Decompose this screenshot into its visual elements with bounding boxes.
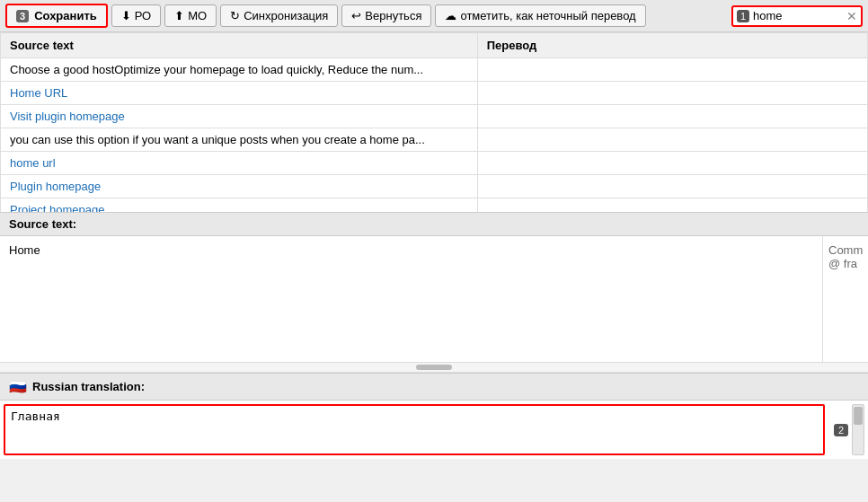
translation-cell — [477, 105, 867, 128]
mark-inaccurate-button[interactable]: ☁ отметить, как неточный перевод — [435, 4, 645, 27]
translation-cell — [477, 152, 867, 175]
source-text: Plugin homepage — [10, 180, 101, 193]
source-text-value: Home — [9, 243, 40, 257]
table-row[interactable]: Home URL — [1, 82, 868, 105]
sync-label: Синхронизация — [244, 9, 328, 22]
back-label: Вернуться — [365, 9, 421, 22]
source-cell: home url — [1, 152, 478, 175]
source-cell: Choose a good hostOptimize your homepage… — [1, 58, 478, 82]
cloud-icon: ☁ — [445, 9, 456, 22]
save-button[interactable]: 3 Сохранить — [5, 4, 108, 28]
search-badge: 1 — [737, 10, 749, 22]
mo-label: МО — [188, 9, 207, 22]
table-row[interactable]: Choose a good hostOptimize your homepage… — [1, 58, 868, 82]
source-text: Visit plugin homepage — [10, 110, 125, 123]
source-cell: Visit plugin homepage — [1, 105, 478, 128]
source-scrollbar[interactable] — [0, 362, 868, 373]
save-label: Сохранить — [34, 9, 97, 22]
source-text-comment: Comm @ fra — [823, 236, 868, 362]
translation-table-container: Source text Перевод Choose a good hostOp… — [0, 32, 868, 212]
mo-button[interactable]: ⬆ МО — [164, 4, 217, 27]
translation-cell — [477, 175, 867, 198]
source-text-content: Home — [0, 236, 823, 362]
translation-input-body: Главная 2 — [0, 401, 868, 459]
table-row[interactable]: home url — [1, 152, 868, 175]
source-text: home url — [10, 156, 56, 170]
translation-cell — [477, 198, 867, 213]
save-badge: 3 — [16, 10, 29, 22]
mark-label: отметить, как неточный перевод — [460, 9, 635, 22]
translation-badge: 2 — [834, 424, 848, 436]
po-button[interactable]: ⬇ РО — [111, 4, 162, 27]
source-text: Home URL — [10, 86, 67, 100]
translation-cell — [477, 128, 867, 152]
table-row[interactable]: Plugin homepage — [1, 175, 868, 198]
translation-cell — [477, 58, 867, 82]
translation-input-header: 🇷🇺 Russian translation: — [0, 374, 868, 401]
table-row[interactable]: Project homepage — [1, 198, 868, 213]
source-text: Project homepage — [10, 203, 105, 212]
scrollbar-handle — [416, 365, 452, 370]
source-cell: Home URL — [1, 82, 478, 105]
search-input[interactable] — [753, 9, 843, 22]
search-clear-button[interactable]: ✕ — [846, 9, 857, 23]
back-icon: ↩ — [351, 9, 361, 22]
table-row[interactable]: you can use this option if you want a un… — [1, 128, 868, 152]
source-text-body: Home Comm @ fra — [0, 236, 868, 362]
translation-input-label: Russian translation: — [32, 380, 145, 393]
translation-scrollbar[interactable] — [852, 404, 864, 455]
source-cell: Project homepage — [1, 198, 478, 213]
translation-textarea[interactable]: Главная — [11, 410, 818, 450]
source-column-header: Source text — [1, 33, 478, 58]
comment-header: Comm — [828, 243, 863, 257]
mo-icon: ⬆ — [174, 9, 184, 22]
po-icon: ⬇ — [121, 9, 131, 22]
scrollbar-thumb — [854, 407, 863, 425]
translation-table: Source text Перевод Choose a good hostOp… — [0, 32, 868, 212]
translation-input-panel: 🇷🇺 Russian translation: Главная 2 — [0, 373, 868, 459]
source-cell: Plugin homepage — [1, 175, 478, 198]
source-text-header: Source text: — [0, 213, 868, 236]
table-row[interactable]: Visit plugin homepage — [1, 105, 868, 128]
po-label: РО — [135, 9, 152, 22]
source-text-panel: Source text: Home Comm @ fra — [0, 212, 868, 362]
source-cell: you can use this option if you want a un… — [1, 128, 478, 152]
sync-icon: ↻ — [230, 9, 240, 22]
back-button[interactable]: ↩ Вернуться — [341, 4, 431, 27]
translation-column-header: Перевод — [477, 33, 867, 58]
sync-button[interactable]: ↻ Синхронизация — [220, 4, 338, 27]
translation-textarea-wrapper: Главная — [4, 404, 825, 455]
comment-value: @ fra — [828, 257, 857, 270]
russian-flag-icon: 🇷🇺 — [9, 378, 27, 395]
main-content: Source text Перевод Choose a good hostOp… — [0, 32, 868, 502]
search-wrapper: 1 ✕ — [731, 5, 863, 27]
bottom-section: Source text: Home Comm @ fra 🇷🇺 Russian … — [0, 212, 868, 502]
translation-cell — [477, 82, 867, 105]
toolbar: 3 Сохранить ⬇ РО ⬆ МО ↻ Синхронизация ↩ … — [0, 0, 868, 32]
